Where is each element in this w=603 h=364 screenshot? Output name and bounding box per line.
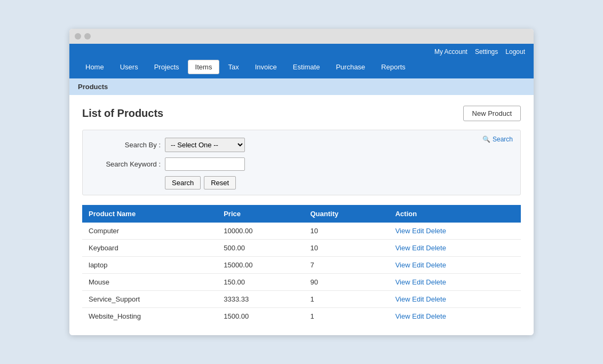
action-view-link[interactable]: View: [395, 227, 410, 235]
search-toggle-link[interactable]: 🔍 Search: [482, 136, 513, 143]
cell-action: View Edit Delete: [389, 223, 521, 240]
nav-projects[interactable]: Projects: [147, 60, 187, 74]
table-row: Service_Support3333.331View Edit Delete: [82, 291, 521, 308]
action-view-link[interactable]: View: [395, 244, 410, 252]
cell-action: View Edit Delete: [389, 308, 521, 325]
search-by-row: Search By : -- Select One -- Product Nam…: [91, 138, 512, 152]
cell-action: View Edit Delete: [389, 291, 521, 308]
search-keyword-input[interactable]: [165, 157, 245, 171]
nav-purchase[interactable]: Purchase: [328, 60, 372, 74]
my-account-link[interactable]: My Account: [434, 48, 467, 56]
main-content: List of Products New Product 🔍 Search Se…: [69, 95, 534, 335]
cell-price: 150.00: [217, 274, 304, 291]
search-button-row: Search Reset: [91, 176, 512, 189]
search-by-label: Search By :: [91, 141, 161, 149]
table-row: Mouse150.0090View Edit Delete: [82, 274, 521, 291]
action-delete-link[interactable]: Delete: [426, 295, 446, 303]
search-by-select[interactable]: -- Select One -- Product Name Price Quan…: [165, 138, 245, 152]
action-delete-link[interactable]: Delete: [426, 227, 446, 235]
top-bar: My Account Settings Logout: [69, 44, 534, 60]
new-product-button[interactable]: New Product: [463, 106, 521, 121]
col-action: Action: [389, 205, 521, 223]
nav-tax[interactable]: Tax: [220, 60, 246, 74]
nav-items[interactable]: Items: [188, 60, 220, 74]
action-edit-link[interactable]: Edit: [412, 278, 424, 286]
action-view-link[interactable]: View: [395, 295, 410, 303]
action-view-link[interactable]: View: [395, 261, 410, 269]
cell-quantity: 7: [304, 257, 389, 274]
cell-price: 1500.00: [217, 308, 304, 325]
action-edit-link[interactable]: Edit: [412, 244, 424, 252]
cell-quantity: 10: [304, 240, 389, 257]
cell-quantity: 1: [304, 291, 389, 308]
table-row: Website_Hosting1500.001View Edit Delete: [82, 308, 521, 325]
nav-users[interactable]: Users: [113, 60, 146, 74]
search-panel: 🔍 Search Search By : -- Select One -- Pr…: [82, 130, 521, 195]
cell-price: 3333.33: [217, 291, 304, 308]
settings-link[interactable]: Settings: [475, 48, 498, 56]
content-header: List of Products New Product: [82, 106, 521, 121]
action-edit-link[interactable]: Edit: [412, 227, 424, 235]
cell-quantity: 1: [304, 308, 389, 325]
col-quantity: Quantity: [304, 205, 389, 223]
page-title: List of Products: [82, 107, 163, 120]
sub-nav-label: Products: [78, 83, 108, 91]
cell-price: 500.00: [217, 240, 304, 257]
cell-product-name: Service_Support: [82, 291, 217, 308]
action-delete-link[interactable]: Delete: [426, 278, 446, 286]
cell-price: 10000.00: [217, 223, 304, 240]
table-row: Computer10000.0010View Edit Delete: [82, 223, 521, 240]
col-product-name: Product Name: [82, 205, 217, 223]
cell-action: View Edit Delete: [389, 240, 521, 257]
nav-invoice[interactable]: Invoice: [248, 60, 284, 74]
nav-bar: Home Users Projects Items Tax Invoice Es…: [69, 60, 534, 78]
action-view-link[interactable]: View: [395, 278, 410, 286]
action-delete-link[interactable]: Delete: [426, 261, 446, 269]
cell-product-name: Keyboard: [82, 240, 217, 257]
nav-estimate[interactable]: Estimate: [285, 60, 328, 74]
search-keyword-row: Search Keyword :: [91, 157, 512, 171]
action-delete-link[interactable]: Delete: [426, 244, 446, 252]
logout-link[interactable]: Logout: [505, 48, 525, 56]
action-edit-link[interactable]: Edit: [412, 295, 424, 303]
table-row: laptop15000.007View Edit Delete: [82, 257, 521, 274]
cell-price: 15000.00: [217, 257, 304, 274]
cell-product-name: laptop: [82, 257, 217, 274]
search-link-label: Search: [493, 136, 513, 143]
nav-home[interactable]: Home: [78, 60, 112, 74]
action-edit-link[interactable]: Edit: [412, 312, 424, 320]
reset-button[interactable]: Reset: [204, 176, 236, 189]
col-price: Price: [217, 205, 304, 223]
products-table: Product Name Price Quantity Action Compu…: [82, 205, 521, 325]
action-edit-link[interactable]: Edit: [412, 261, 424, 269]
magnifier-icon: 🔍: [482, 136, 490, 143]
cell-product-name: Computer: [82, 223, 217, 240]
title-bar: [69, 29, 534, 44]
table-row: Keyboard500.0010View Edit Delete: [82, 240, 521, 257]
action-delete-link[interactable]: Delete: [426, 312, 446, 320]
search-keyword-label: Search Keyword :: [91, 160, 161, 168]
cell-product-name: Website_Hosting: [82, 308, 217, 325]
cell-quantity: 90: [304, 274, 389, 291]
sub-nav: Products: [69, 78, 534, 95]
cell-quantity: 10: [304, 223, 389, 240]
action-view-link[interactable]: View: [395, 312, 410, 320]
table-header-row: Product Name Price Quantity Action: [82, 205, 521, 223]
window-dot-2: [84, 33, 91, 39]
cell-action: View Edit Delete: [389, 274, 521, 291]
window-dot-1: [75, 33, 81, 39]
cell-product-name: Mouse: [82, 274, 217, 291]
nav-reports[interactable]: Reports: [374, 60, 413, 74]
search-button[interactable]: Search: [165, 176, 201, 189]
cell-action: View Edit Delete: [389, 257, 521, 274]
app-window: My Account Settings Logout Home Users Pr…: [69, 29, 534, 335]
